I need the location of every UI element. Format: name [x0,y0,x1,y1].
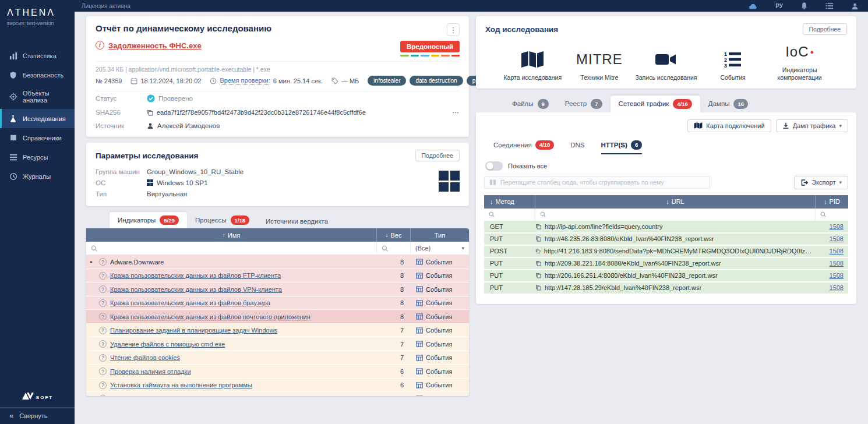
pid-link[interactable]: 1508 [830,284,844,291]
copy-icon[interactable] [535,285,541,291]
indicator-row[interactable]: ? Планирование заданий в планировщике за… [86,324,469,338]
copy-icon[interactable] [535,248,541,254]
indicator-link[interactable]: Кража пользовательских данных из файлов … [110,272,281,279]
feature-research-map[interactable]: Карта исследования [499,42,566,82]
http-row[interactable]: PUT http://209.38.221.184:8080/eKbld_Iva… [484,258,848,270]
traffic-dump-button[interactable]: Дамп трафика ▾ [776,119,848,132]
help-icon[interactable]: ? [99,285,107,293]
feature-mitre[interactable]: MITRE Техники Mitre [566,42,633,82]
tag-data-destruction[interactable]: data destruction [410,76,463,86]
indicator-link[interactable]: Планирование заданий в планировщике зада… [110,327,277,334]
column-header-pid[interactable]: ↓PID [816,195,848,209]
sha-more-button[interactable]: ⋯ [453,108,460,116]
copy-icon[interactable] [535,224,541,229]
indicator-link[interactable]: Кража пользовательских данных из файлов … [110,299,270,306]
indicator-link[interactable]: Чтение файлов cookies [110,354,180,361]
indicator-row[interactable]: ? Кража пользовательских данных из файло… [86,269,469,283]
sidebar-item-resources[interactable]: Ресурсы [0,147,75,167]
help-icon[interactable]: ? [99,340,107,348]
http-row[interactable]: PUT http://206.166.251.4:8080/eKbld_Ivan… [484,270,848,282]
feature-ioc[interactable]: IoC● Индикаторы компрометации [766,42,833,82]
pid-link[interactable]: 1508 [830,248,844,255]
indicator-link[interactable]: Adware.Downware [110,259,164,266]
copy-icon[interactable] [535,236,541,242]
help-icon[interactable]: ? [99,354,107,362]
help-icon[interactable]: ? [99,313,107,320]
cloud-icon[interactable] [749,3,758,9]
pid-link[interactable]: 1508 [830,272,844,279]
copy-icon[interactable] [147,109,153,116]
indicator-events-link[interactable]: События [411,327,469,334]
indicator-row[interactable]: ? Чтение файлов cookies 7 События [86,351,469,365]
indicator-link[interactable]: Проверка наличия отладки [110,368,191,375]
indicator-link[interactable]: Установка таймаута на выполнение програм… [110,381,252,388]
connection-map-button[interactable]: Карта подключений [687,119,771,132]
tab-files[interactable]: Файлы 9 [504,96,557,112]
indicator-events-link[interactable] [411,395,469,396]
pid-link[interactable]: 1508 [830,223,844,230]
sidebar-item-statistics[interactable]: Статистика [0,46,75,65]
report-kebab-button[interactable]: ⋮ [447,23,460,36]
indicator-row[interactable]: ? [86,392,469,396]
progress-more-button[interactable]: Подробнее [803,23,847,35]
indicator-events-link[interactable]: События [411,272,469,279]
indicator-events-link[interactable]: События [411,313,469,320]
http-row[interactable]: PUT http://46.235.26.83:8080/eKbld_Ivan%… [484,234,848,246]
indicator-events-link[interactable]: События [411,299,469,306]
indicator-events-link[interactable]: События [411,341,469,348]
tag-infostealer[interactable]: infostealer [368,76,406,86]
tab-processes[interactable]: Процессы 1/18 [187,212,257,228]
type-filter-select[interactable]: (Все)▾ [411,242,469,255]
column-header-name[interactable]: ↑Имя [86,228,377,242]
help-icon[interactable]: ? [99,381,107,389]
help-icon[interactable]: ? [99,272,107,280]
sidebar-item-security[interactable]: Безопасность [0,65,75,84]
params-more-button[interactable]: Подробнее [415,150,460,161]
url-filter-input[interactable] [535,209,816,221]
sidebar-item-analysis-objects[interactable]: Объекты анализа [0,84,75,109]
http-row[interactable]: POST http://41.216.183.9:8080/sendData?p… [484,246,848,258]
sample-file-link[interactable]: Задолженность ФНС.exe [108,41,202,50]
indicator-events-link[interactable]: События [411,368,469,375]
tab-verdict-sources[interactable]: Источники вердикта [257,214,336,228]
indicator-row[interactable]: ? Проверка наличия отладки 6 События [86,365,469,379]
column-header-type[interactable]: Тип [411,228,469,242]
sidebar-collapse-button[interactable]: « Свернуть [0,407,75,424]
language-switch[interactable]: РУ [775,3,783,9]
indicator-events-link[interactable]: События [411,259,469,266]
copy-icon[interactable] [535,273,541,278]
indicator-row[interactable]: ? Удаление файлов с помощью cmd.exe 7 Со… [86,337,469,351]
group-by-dropzone[interactable]: Перетащите столбец сюда, чтобы сгруппиро… [484,176,710,189]
help-icon[interactable]: ? [99,368,107,375]
tab-indicators[interactable]: Индикаторы 5/29 [110,212,187,228]
indicator-events-link[interactable]: События [411,286,469,293]
weight-filter-input[interactable] [377,242,411,255]
expander-icon[interactable]: ▸ [90,259,96,264]
column-header-weight[interactable]: ↓Вес [377,228,411,242]
help-icon[interactable]: ? [99,258,107,266]
indicator-events-link[interactable]: События [411,381,469,388]
subtab-https[interactable]: HTTP(S) 6 [601,140,643,154]
indicator-row[interactable]: ▸ ? Adware.Downware 8 События [86,255,469,269]
method-filter-input[interactable] [484,209,535,221]
sidebar-item-references[interactable]: Справочники [0,128,75,147]
name-filter-input[interactable] [86,242,377,255]
tab-dumps[interactable]: Дампы 16 [700,96,756,112]
indicator-link[interactable]: Кража пользовательских данных из файлов … [110,313,310,320]
indicator-row[interactable]: ? Кража пользовательских данных из файло… [86,296,469,310]
tab-network-traffic[interactable]: Сетевой трафик 4/16 [611,96,700,112]
indicator-row[interactable]: ? Кража пользовательских данных из файло… [86,282,469,296]
feature-recording[interactable]: Запись исследования [633,42,700,82]
indicator-events-link[interactable]: События [411,354,469,361]
export-button[interactable]: Экспорт ▾ [794,176,848,189]
tab-registry[interactable]: Реестр 7 [557,96,611,112]
http-row[interactable]: PUT http://147.28.185.29/eKbld_Ivan%40FI… [484,282,848,295]
column-header-method[interactable]: ↓Метод [484,195,535,209]
indicator-row[interactable]: ? Установка таймаута на выполнение прогр… [86,379,469,393]
menu-list-icon[interactable] [825,2,834,9]
sidebar-item-research[interactable]: Исследования [0,109,75,128]
copy-icon[interactable] [535,260,541,266]
help-icon[interactable]: ? [99,395,107,396]
check-duration-label[interactable]: Время проверки: [220,77,270,84]
indicator-row[interactable]: ? Кража пользовательских данных из файло… [86,310,469,324]
